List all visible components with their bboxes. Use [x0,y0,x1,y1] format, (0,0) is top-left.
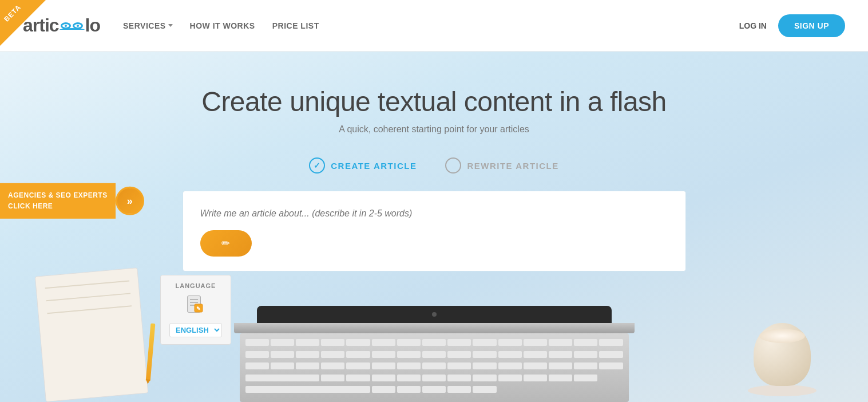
beta-label: BETA [2,3,22,23]
create-article-label: CREATE ARTICLE [331,161,417,171]
agencies-line1: AGENCIES & SEO EXPERTS [8,190,108,201]
laptop-decoration [234,306,635,402]
nav-item-services[interactable]: SERVICES [123,21,173,30]
radio-create[interactable] [309,157,325,174]
laptop-screen [257,306,612,323]
language-panel: LANGUAGE ✎ ENGLISH [160,275,231,345]
logo-eye-left [61,22,71,29]
rewrite-article-label: REWRITE ARTICLE [467,161,558,171]
option-create[interactable]: CREATE ARTICLE [309,157,417,174]
nav-item-how-it-works[interactable]: HOW IT WORKS [190,21,255,30]
coffee-cup-decoration [742,287,822,402]
nav-item-price-list[interactable]: PRICE LIST [272,21,319,30]
radio-rewrite[interactable] [445,157,461,174]
pencil-decoration [146,324,156,381]
agencies-banner[interactable]: AGENCIES & SEO EXPERTS CLICK HERE » [0,183,144,219]
generate-button[interactable]: ✏ [200,230,252,257]
nav-right: LOG IN SIGN UP [739,14,845,37]
hero-title: Create unique textual content in a flash [201,86,667,117]
laptop-keyboard [240,333,629,402]
navbar: artic lo SERVICES HOW IT WORKS PRICE LIS… [0,0,868,52]
language-label: LANGUAGE [169,282,222,289]
laptop-base [234,323,635,333]
article-input-box: ✏ [183,191,686,271]
pencil-icon: ✏ [221,237,230,250]
login-link[interactable]: LOG IN [739,21,767,30]
agencies-line2: CLICK HERE [8,201,108,212]
language-flag: ✎ [169,294,222,318]
logo-eye-right [73,22,83,29]
article-topic-input[interactable] [200,208,668,219]
option-rewrite[interactable]: REWRITE ARTICLE [445,157,558,174]
svg-text:✎: ✎ [196,306,201,312]
hero-section: Create unique textual content in a flash… [0,52,868,402]
nav-links: SERVICES HOW IT WORKS PRICE LIST [123,21,739,30]
notepad-decoration [35,267,148,402]
cup-body [754,323,811,386]
cup-foam [759,329,805,343]
hero-subtitle: A quick, coherent starting point for you… [339,124,529,135]
signup-button[interactable]: SIGN UP [778,14,845,37]
article-options: CREATE ARTICLE REWRITE ARTICLE [309,157,558,174]
agencies-arrow-button[interactable]: » [116,187,144,215]
chevron-down-icon [168,24,173,27]
beta-ribbon: BETA [0,0,46,46]
agencies-text[interactable]: AGENCIES & SEO EXPERTS CLICK HERE [0,183,116,219]
cup-saucer [748,385,817,396]
language-select[interactable]: ENGLISH [169,323,222,337]
